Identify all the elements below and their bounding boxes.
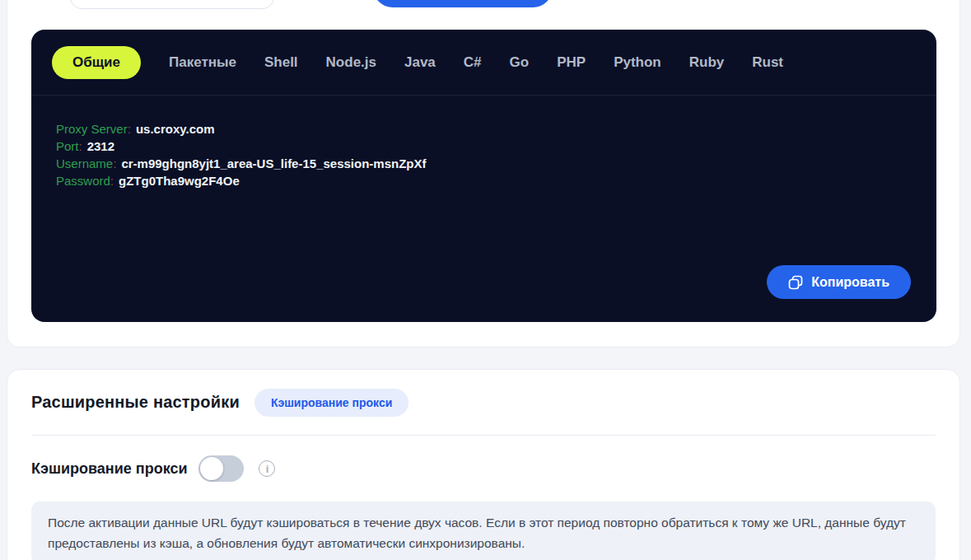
code-line: Proxy Server:us.croxy.com (56, 120, 912, 138)
tab[interactable]: Node.js (326, 54, 376, 71)
page: { "code_card": { "tabs": [ { "label": "О… (0, 0, 971, 560)
advanced-settings-card: Расширенные настройки Кэширование прокси… (7, 369, 960, 560)
tab[interactable]: Go (510, 54, 530, 71)
info-icon[interactable]: i (259, 460, 275, 477)
tab[interactable]: Rust (752, 54, 783, 71)
code-field-label: Proxy Server (56, 122, 128, 136)
code-field-value: gZTg0Tha9wg2F4Oe (119, 174, 240, 188)
code-field-colon: : (79, 139, 82, 153)
tab[interactable]: Java (404, 54, 436, 71)
tab[interactable]: Python (614, 54, 661, 71)
advanced-title: Расширенные настройки (31, 393, 240, 412)
code-block: Proxy Server:us.croxy.com Port:2312 User… (31, 96, 936, 189)
code-field-label: Port (56, 139, 79, 153)
copy-icon (788, 275, 803, 290)
cache-row: Кэширование прокси i (7, 436, 959, 502)
code-field-label: Password (56, 174, 110, 188)
tabs-bar: Общие Пакетные Shell Node.js Java C# Go … (31, 30, 936, 96)
tab[interactable]: Shell (264, 54, 298, 71)
top-search-input[interactable] (70, 0, 274, 9)
tab[interactable]: Общие (52, 46, 141, 79)
cache-toggle[interactable] (198, 455, 244, 482)
toggle-knob (200, 457, 223, 480)
code-line: Username:cr-m99ghgn8yjt1_area-US_life-15… (56, 155, 912, 172)
advanced-header: Расширенные настройки Кэширование прокси (31, 370, 936, 436)
info-box: После активации данные URL будут кэширов… (31, 502, 936, 560)
tab[interactable]: C# (464, 54, 482, 71)
code-field-label: Username (56, 156, 113, 170)
info-text: После активации данные URL будут кэширов… (48, 516, 906, 550)
tab[interactable]: PHP (557, 54, 586, 71)
code-field-colon: : (128, 122, 131, 136)
tab[interactable]: Ruby (689, 54, 725, 71)
copy-button-label: Копировать (811, 275, 889, 290)
cache-label: Кэширование прокси (31, 460, 187, 478)
code-field-value: 2312 (87, 139, 114, 153)
tab[interactable]: Пакетные (169, 54, 236, 71)
proxy-card: Общие Пакетные Shell Node.js Java C# Go … (7, 0, 960, 348)
code-panel: Общие Пакетные Shell Node.js Java C# Go … (31, 30, 936, 322)
code-field-colon: : (110, 174, 114, 188)
code-field-value: cr-m99ghgn8yjt1_area-US_life-15_session-… (121, 156, 426, 170)
code-line: Password:gZTg0Tha9wg2F4Oe (56, 172, 912, 189)
code-field-colon: : (113, 156, 116, 170)
code-field-value: us.croxy.com (136, 122, 215, 136)
cache-badge: Кэширование прокси (254, 389, 408, 417)
code-line: Port:2312 (56, 138, 912, 155)
copy-button[interactable]: Копировать (767, 265, 911, 299)
top-primary-button[interactable] (373, 0, 553, 7)
